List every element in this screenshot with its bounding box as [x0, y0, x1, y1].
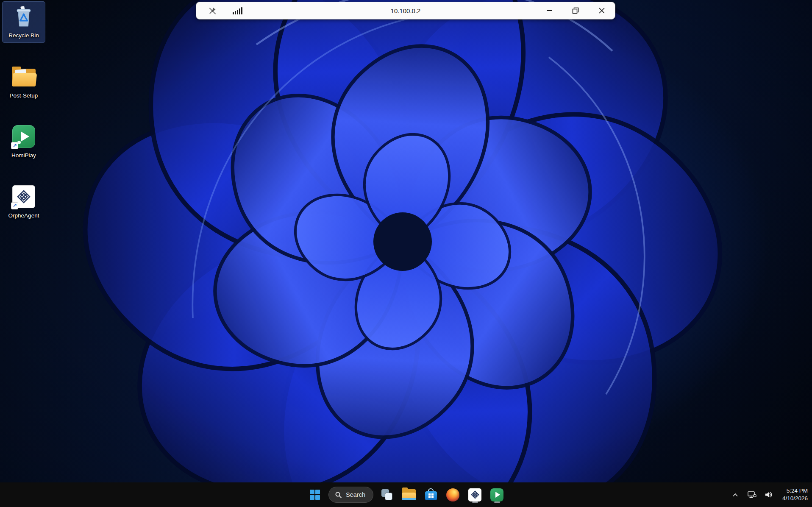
desktop-icon-list: Recycle Bin Post-Setup ↗ HomiPlay — [3, 2, 45, 222]
clock-date: 4/10/2026 — [782, 495, 808, 502]
file-explorer-button[interactable] — [400, 486, 417, 503]
pin-disabled-icon[interactable] — [208, 6, 217, 15]
signal-strength-icon — [233, 7, 242, 14]
recycle-bin-icon — [11, 4, 36, 29]
desktop-icon-label: Post-Setup — [10, 92, 38, 99]
volume-icon[interactable] — [763, 488, 773, 501]
remote-connection-bar: 10.100.0.2 — [196, 2, 615, 20]
running-indicator — [494, 501, 500, 503]
desktop-icon-label: Recycle Bin — [8, 32, 39, 39]
shortcut-arrow-icon: ↗ — [11, 142, 18, 149]
task-view-button[interactable] — [378, 486, 395, 503]
close-button[interactable] — [589, 2, 615, 19]
wallpaper-bloom-graphic — [0, 0, 812, 507]
desktop-icon-orpheagent[interactable]: ↗ OrpheAgent — [3, 182, 45, 223]
folder-icon — [11, 64, 36, 89]
minimize-button[interactable] — [536, 2, 562, 19]
system-tray: 5:24 PM 4/10/2026 — [730, 482, 808, 507]
start-button[interactable] — [306, 486, 323, 503]
store-icon — [425, 488, 437, 501]
orpheagent-taskbar-button[interactable] — [467, 486, 484, 503]
running-indicator — [472, 501, 478, 503]
tray-chevron-up-icon[interactable] — [730, 488, 740, 501]
desktop-wallpaper — [0, 0, 812, 507]
microsoft-store-button[interactable] — [423, 486, 439, 503]
search-label: Search — [346, 491, 365, 498]
desktop-icon-post-setup[interactable]: Post-Setup — [3, 62, 45, 103]
search-box[interactable]: Search — [328, 487, 373, 503]
shortcut-arrow-icon: ↗ — [11, 202, 18, 209]
windows-logo-icon — [310, 490, 320, 500]
task-view-icon — [381, 489, 393, 501]
desktop-icon-recycle-bin[interactable]: Recycle Bin — [3, 2, 45, 42]
desktop-icon-label: OrpheAgent — [8, 212, 39, 219]
homiplay-icon: ↗ — [11, 124, 36, 149]
homiplay-icon — [490, 488, 503, 501]
desktop-icon-homiplay[interactable]: ↗ HomiPlay — [3, 122, 45, 162]
desktop-icon-label: HomiPlay — [11, 152, 36, 159]
file-explorer-icon — [402, 489, 416, 500]
taskbar: Search — [0, 482, 812, 507]
restore-button[interactable] — [562, 2, 589, 19]
orpheagent-icon — [468, 488, 481, 501]
taskbar-center-group: Search — [306, 482, 506, 507]
firefox-icon — [446, 488, 459, 501]
clock[interactable]: 5:24 PM 4/10/2026 — [780, 487, 808, 502]
network-icon[interactable] — [747, 488, 757, 501]
orpheagent-icon: ↗ — [11, 184, 36, 209]
firefox-button[interactable] — [445, 486, 462, 503]
clock-time: 5:24 PM — [782, 487, 808, 495]
search-icon — [335, 491, 342, 499]
homiplay-taskbar-button[interactable] — [489, 486, 506, 503]
